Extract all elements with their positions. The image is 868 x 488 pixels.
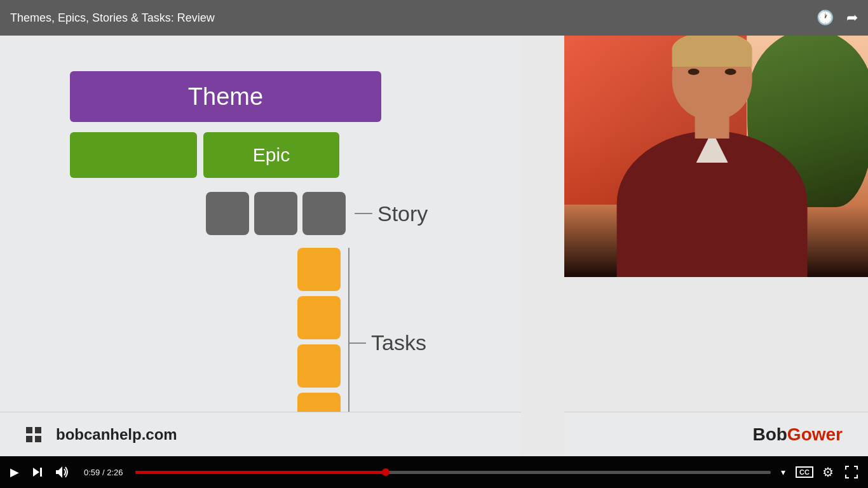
captions-dropdown-button[interactable]: ▾ — [778, 464, 788, 480]
bobgower-text: BobGower — [752, 424, 843, 445]
skip-button[interactable] — [29, 464, 46, 480]
story-square-3 — [302, 192, 346, 235]
person-eye-right — [724, 69, 736, 75]
settings-button[interactable]: ⚙ — [820, 462, 836, 482]
volume-button[interactable] — [53, 464, 71, 480]
slide-footer: bobcanhelp.com — [0, 412, 521, 456]
story-square-2 — [254, 192, 297, 235]
share-icon[interactable]: ➦ — [846, 10, 858, 26]
epic-box: Epic — [203, 132, 339, 178]
task-square-1 — [297, 248, 341, 291]
volume-container — [53, 464, 71, 480]
webcam-overlay — [564, 36, 868, 277]
bobgower-area: BobGower — [564, 412, 868, 456]
tasks-h-line — [349, 342, 366, 344]
watch-later-icon[interactable]: 🕐 — [817, 10, 834, 26]
bob-text: Bob — [752, 424, 787, 444]
video-container: Themes, Epics, Stories & Tasks: Review 🕐… — [0, 0, 868, 488]
logo-sq-2 — [35, 427, 41, 433]
time-display: 0:59 / 2:26 — [84, 468, 123, 477]
logo-sq-4 — [35, 436, 41, 442]
svg-rect-1 — [40, 468, 42, 477]
video-title: Themes, Epics, Stories & Tasks: Review — [10, 11, 215, 25]
story-line — [355, 213, 372, 214]
green-box-left — [70, 132, 197, 178]
right-controls: CC ⚙ — [796, 462, 860, 482]
bobcanhelp-text: bobcanhelp.com — [56, 426, 177, 444]
progress-fill — [135, 471, 386, 474]
person-eye-left — [688, 69, 700, 75]
fullscreen-button[interactable] — [843, 463, 860, 481]
logo-sq-3 — [26, 436, 32, 442]
story-square-1 — [206, 192, 249, 235]
svg-marker-2 — [56, 466, 62, 478]
svg-marker-0 — [33, 468, 39, 477]
title-bar: Themes, Epics, Stories & Tasks: Review 🕐… — [0, 0, 868, 36]
slide-area: Theme Epic — [0, 36, 521, 456]
title-icons: 🕐 ➦ — [817, 10, 858, 26]
story-label-group: Story — [355, 201, 428, 226]
story-row: Story — [206, 192, 428, 235]
theme-box: Theme — [70, 71, 381, 122]
controls-bar: ▶ 0:59 / 2:26 — [0, 456, 868, 488]
time-current: 0:59 — [84, 468, 100, 477]
tasks-label: Tasks — [371, 330, 426, 355]
person-hair — [672, 36, 752, 67]
logo-sq-1 — [26, 427, 32, 433]
subtitles-button[interactable]: CC — [796, 466, 813, 478]
video-main: Themes, Epics, Stories & Tasks: Review 🕐… — [0, 0, 868, 456]
gower-text: Gower — [787, 424, 843, 444]
progress-dot — [382, 468, 390, 476]
person-head — [672, 36, 752, 119]
logo-grid-icon — [25, 426, 42, 443]
progress-bar[interactable] — [135, 471, 771, 474]
green-row: Epic — [70, 132, 339, 178]
tasks-label-group: Tasks — [349, 330, 426, 355]
webcam-person — [611, 42, 814, 277]
diagram-wrapper: Theme Epic — [70, 71, 451, 421]
play-button[interactable]: ▶ — [8, 463, 22, 482]
task-square-3 — [297, 344, 341, 388]
tasks-section: Tasks — [297, 248, 341, 436]
bobcanhelp-logo: bobcanhelp.com — [25, 426, 177, 444]
time-total: 2:26 — [107, 468, 123, 477]
task-square-2 — [297, 296, 341, 339]
story-label: Story — [377, 201, 428, 226]
